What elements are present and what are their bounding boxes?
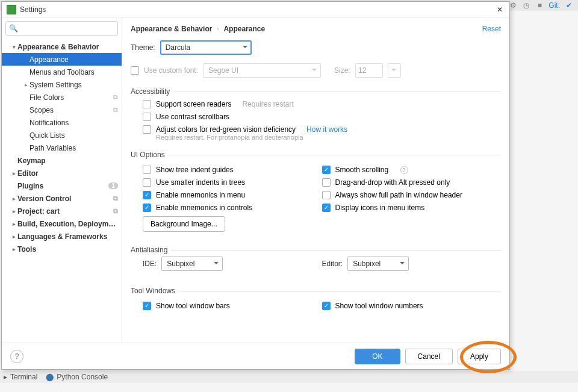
search-input[interactable] <box>5 21 118 36</box>
help-icon[interactable]: ? <box>400 166 408 174</box>
contrast-scrollbars-checkbox[interactable]: Use contrast scrollbars <box>143 113 501 121</box>
use-custom-font-checkbox[interactable]: Use custom font: <box>131 66 198 75</box>
breadcrumb-root[interactable]: Appearance & Behavior <box>131 25 212 33</box>
app-icon <box>7 5 16 14</box>
cancel-button[interactable]: Cancel <box>405 349 453 364</box>
sidebar-item-keymap[interactable]: Keymap <box>2 154 122 167</box>
tab-python-console[interactable]: ⬤ Python Console <box>46 373 108 381</box>
chevron-down-icon <box>312 69 317 73</box>
apply-button[interactable]: Apply <box>458 349 501 364</box>
tool-window-bars-checkbox[interactable]: Show tool window bars <box>143 302 322 310</box>
python-icon: ⬤ <box>46 373 54 381</box>
tab-python-console-label: Python Console <box>57 373 108 381</box>
theme-select[interactable]: Darcula <box>160 40 252 55</box>
settings-dialog: Settings ✕ 🔍 ▾Appearance & BehaviorAppea… <box>1 1 510 370</box>
sidebar-item-notifications[interactable]: Notifications <box>2 116 122 129</box>
sidebar-item-label: Notifications <box>30 119 118 127</box>
sidebar-item-label: Languages & Frameworks <box>17 232 118 241</box>
font-size-select[interactable]: 12 <box>355 63 383 78</box>
settings-main: Appearance & Behavior › Appearance Reset… <box>122 17 509 343</box>
tab-terminal[interactable]: ▸ Terminal <box>4 373 37 381</box>
settings-icon[interactable]: ⚙ <box>509 1 517 10</box>
chevron-right-icon: ▸ <box>10 208 17 214</box>
font-select[interactable]: Segoe UI <box>203 63 321 78</box>
dialog-title: Settings <box>20 5 495 14</box>
sidebar-item-version-control[interactable]: ▸Version Control⧉ <box>2 192 122 205</box>
mnemonics-menu-checkbox[interactable]: Enable mnemonics in menu <box>143 191 322 199</box>
smooth-scrolling-checkbox[interactable]: Smooth scrolling ? <box>322 166 502 174</box>
settings-tree: ▾Appearance & BehaviorAppearanceMenus an… <box>2 39 122 343</box>
display-icons-checkbox[interactable]: Display icons in menu items <box>322 204 502 212</box>
sidebar-item-system-settings[interactable]: ▸System Settings <box>2 78 122 91</box>
font-size-arrow[interactable] <box>388 63 401 78</box>
git-label[interactable]: Git: <box>548 1 560 10</box>
chevron-down-icon <box>243 46 247 51</box>
sidebar-item-label: Plugins <box>17 182 108 190</box>
chevron-right-icon: › <box>217 26 219 32</box>
sidebar-item-label: Appearance & Behavior <box>17 43 118 51</box>
drag-alt-checkbox[interactable]: Drag-and-drop with Alt pressed only <box>322 178 502 187</box>
breadcrumb-current: Appearance <box>223 25 265 33</box>
dialog-footer: ? OK Cancel Apply <box>2 343 509 369</box>
section-antialiasing-label: Antialiasing <box>131 246 167 254</box>
aa-ide-select[interactable]: Subpixel <box>161 257 223 271</box>
color-deficiency-checkbox[interactable]: Adjust colors for red-green vision defic… <box>143 125 501 134</box>
sidebar-item-appearance-behavior[interactable]: ▾Appearance & Behavior <box>2 40 122 53</box>
reset-link[interactable]: Reset <box>482 25 501 33</box>
aa-ide-label: IDE: <box>143 260 157 268</box>
chevron-down-icon: ▾ <box>10 44 17 50</box>
sidebar-item-menus-and-toolbars[interactable]: Menus and Toolbars <box>2 66 122 78</box>
sidebar-item-project-cart[interactable]: ▸Project: cart⧉ <box>2 205 122 217</box>
how-it-works-link[interactable]: How it works <box>306 125 347 134</box>
tool-window-numbers-checkbox[interactable]: Show tool window numbers <box>322 302 502 310</box>
chevron-right-icon: ▸ <box>10 196 17 202</box>
sidebar-item-label: System Settings <box>30 81 118 89</box>
bottom-tool-tabs: ▸ Terminal ⬤ Python Console <box>0 371 578 383</box>
full-path-checkbox[interactable]: Always show full path in window header <box>322 191 502 199</box>
help-button[interactable]: ? <box>10 350 23 363</box>
chevron-right-icon: ▸ <box>22 82 30 88</box>
stop-icon[interactable]: ■ <box>535 1 544 10</box>
section-ui-options: UI Options <box>131 151 501 159</box>
sidebar-item-appearance[interactable]: Appearance <box>2 53 122 66</box>
smaller-indents-checkbox[interactable]: Use smaller indents in trees <box>143 178 322 187</box>
sidebar-item-build-execution-deployment[interactable]: ▸Build, Execution, Deployment <box>2 217 122 230</box>
aa-editor-label: Editor: <box>322 260 343 268</box>
chevron-down-icon <box>214 262 219 267</box>
chevron-down-icon <box>400 262 405 267</box>
ok-button[interactable]: OK <box>355 349 400 364</box>
sidebar-item-label: File Colors <box>30 93 113 102</box>
terminal-icon: ▸ <box>4 373 7 381</box>
sidebar-item-tools[interactable]: ▸Tools <box>2 243 122 255</box>
checkbox-icon <box>131 66 139 75</box>
section-antialiasing: Antialiasing <box>131 246 501 254</box>
aa-editor-select[interactable]: Subpixel <box>347 257 409 271</box>
project-scope-icon: ⧉ <box>113 207 118 215</box>
sidebar-item-quick-lists[interactable]: Quick Lists <box>2 129 122 142</box>
sidebar-item-label: Path Variables <box>30 144 118 152</box>
section-accessibility: Accessibility <box>131 87 501 96</box>
search-icon: 🔍 <box>9 24 16 31</box>
sidebar-item-languages-frameworks[interactable]: ▸Languages & Frameworks <box>2 230 122 243</box>
sidebar-item-plugins[interactable]: Plugins1 <box>2 179 122 192</box>
theme-label: Theme: <box>131 43 155 52</box>
settings-sidebar: 🔍 ▾Appearance & BehaviorAppearanceMenus … <box>2 17 122 343</box>
background-image-button[interactable]: Background Image... <box>143 216 225 232</box>
project-scope-icon: ⧉ <box>113 93 118 101</box>
dialog-titlebar: Settings ✕ <box>2 2 509 17</box>
git-branch-icon[interactable]: ✔ <box>565 1 573 10</box>
breadcrumb: Appearance & Behavior › Appearance <box>131 25 482 33</box>
font-value: Segoe UI <box>208 66 238 75</box>
sidebar-item-editor[interactable]: ▸Editor <box>2 167 122 179</box>
clock-icon[interactable]: ◷ <box>522 1 530 10</box>
sidebar-item-path-variables[interactable]: Path Variables <box>2 142 122 154</box>
screen-readers-checkbox[interactable]: Support screen readers Requires restart <box>143 100 501 108</box>
tab-terminal-label: Terminal <box>10 373 37 381</box>
sidebar-item-label: Project: cart <box>17 207 113 216</box>
sidebar-item-scopes[interactable]: Scopes⧉ <box>2 104 122 116</box>
tree-indent-checkbox[interactable]: Show tree indent guides <box>143 166 322 174</box>
sidebar-item-file-colors[interactable]: File Colors⧉ <box>2 91 122 104</box>
mnemonics-controls-checkbox[interactable]: Enable mnemonics in controls <box>143 204 322 212</box>
chevron-right-icon: ▸ <box>10 221 17 227</box>
close-icon[interactable]: ✕ <box>495 5 505 14</box>
